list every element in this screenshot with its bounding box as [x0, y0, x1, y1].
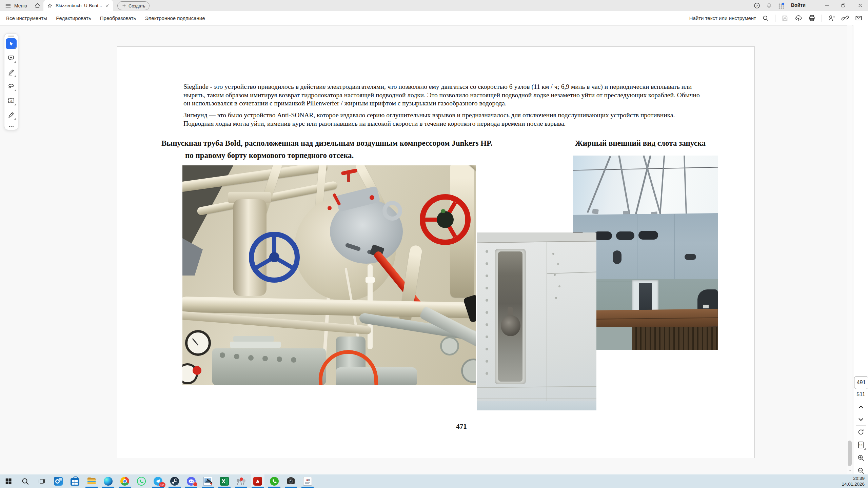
menu-convert[interactable]: Преобразовать	[100, 15, 136, 21]
text-select-icon: A	[7, 97, 15, 104]
menu-edit[interactable]: Редактировать	[56, 15, 91, 21]
total-pages-label: 511	[854, 391, 868, 398]
text-select-tool[interactable]: A	[6, 95, 17, 106]
fill-sign-tool[interactable]	[6, 109, 17, 120]
paragraph-sieglinde: Sieglinde - это устройство приводилось в…	[183, 83, 701, 108]
find-label[interactable]: Найти текст или инструмент	[689, 15, 756, 21]
search-icon[interactable]	[762, 15, 769, 22]
chrome-icon	[120, 477, 129, 486]
plus-icon	[122, 3, 126, 8]
comment-add-icon	[7, 54, 15, 62]
task-view-icon	[38, 477, 46, 485]
zoom-in-button[interactable]	[857, 454, 865, 462]
taskbar-clock[interactable]: 20:39 14.01.2026	[842, 475, 865, 487]
file-explorer-icon	[87, 477, 96, 486]
taskbar-search-button[interactable]	[18, 474, 32, 488]
taskbar-whatsapp[interactable]	[135, 474, 148, 488]
task-view-button[interactable]	[35, 474, 48, 488]
menu-all-tools[interactable]: Все инструменты	[6, 15, 47, 21]
taskbar-photo-editor[interactable]	[201, 474, 215, 488]
apps-grid-button[interactable]	[778, 2, 785, 9]
camera-icon	[287, 477, 295, 486]
restore-button[interactable]	[838, 1, 848, 10]
close-window-button[interactable]	[855, 1, 865, 10]
star-icon	[47, 3, 53, 9]
help-button[interactable]: ?	[753, 2, 761, 9]
taskbar-camera-app[interactable]	[284, 474, 298, 488]
hamburger-icon	[5, 2, 12, 9]
steam-icon	[170, 477, 179, 486]
divider	[856, 425, 866, 426]
taskbar-store[interactable]	[68, 474, 82, 488]
refresh-button[interactable]	[857, 428, 865, 436]
pencil-icon	[7, 68, 15, 76]
red-handwheel	[420, 194, 471, 245]
running-indicator	[252, 487, 264, 488]
taskbar-pins-app[interactable]	[234, 474, 248, 488]
taskbar-wordpad[interactable]: A	[301, 474, 314, 488]
discord-badge	[193, 482, 198, 487]
svg-text:A: A	[10, 99, 13, 102]
acrobat-window: Меню Skizzenbuch_U-Boat... Создать ? Вой…	[0, 0, 868, 488]
taskbar-telegram[interactable]: 52	[151, 474, 165, 488]
taskbar-excel[interactable]	[218, 474, 231, 488]
app-menu-button[interactable]: Меню	[5, 1, 27, 10]
scrollbar-track[interactable]	[847, 25, 852, 474]
whatsapp-icon	[137, 477, 146, 486]
share-upload-icon[interactable]	[794, 14, 802, 22]
drag-handle[interactable]	[8, 36, 14, 37]
link-icon[interactable]	[841, 14, 849, 22]
running-indicator	[202, 487, 214, 488]
title-bar: Меню Skizzenbuch_U-Boat... Создать ? Вой…	[0, 0, 868, 11]
taskbar-explorer[interactable]	[85, 474, 98, 488]
current-page-input[interactable]: 491	[854, 376, 868, 389]
help-icon: ?	[753, 2, 761, 9]
notifications-button[interactable]	[766, 2, 773, 9]
pins-app-icon	[237, 477, 245, 486]
release-knob	[501, 315, 520, 336]
cursor-icon	[8, 41, 14, 47]
add-user-icon[interactable]	[828, 14, 835, 22]
clock-time: 20:39	[842, 475, 865, 481]
svg-text:?: ?	[756, 4, 758, 7]
create-button[interactable]: Создать	[117, 1, 150, 10]
minimize-button[interactable]	[822, 1, 832, 10]
print-icon[interactable]	[808, 14, 816, 22]
document-tab[interactable]: Skizzenbuch_U-Boat...	[43, 0, 113, 11]
more-tools-button[interactable]	[6, 121, 17, 132]
running-indicator	[119, 487, 131, 488]
lasso-icon	[7, 83, 15, 90]
comment-tool[interactable]	[6, 53, 17, 63]
page-down-button[interactable]	[857, 416, 865, 423]
search-icon	[21, 477, 29, 485]
taskbar-phone-app[interactable]	[268, 474, 281, 488]
signin-button[interactable]: Войти	[791, 2, 806, 8]
menu-bar: Все инструменты Редактировать Преобразов…	[0, 11, 868, 26]
clock-date: 14.01.2026	[842, 481, 865, 487]
page-up-button[interactable]	[857, 403, 865, 411]
fountain-pen-icon	[7, 111, 15, 119]
scroll-down-icon[interactable]	[848, 468, 852, 473]
taskbar-acrobat[interactable]	[251, 474, 264, 488]
fit-page-button[interactable]: 1:1	[857, 441, 865, 449]
start-button[interactable]	[2, 474, 15, 488]
quick-tools-panel: A	[4, 33, 18, 130]
taskbar-discord[interactable]	[184, 474, 198, 488]
lasso-tool[interactable]	[6, 81, 17, 92]
scrollbar-thumb[interactable]	[848, 441, 852, 466]
zoom-out-button[interactable]	[857, 467, 865, 475]
draw-tool[interactable]	[6, 67, 17, 78]
edge-icon	[104, 477, 113, 486]
home-button[interactable]	[34, 2, 41, 9]
menu-esign[interactable]: Электронное подписание	[145, 15, 205, 21]
ellipsis-icon	[7, 123, 15, 130]
taskbar-edge[interactable]	[101, 474, 115, 488]
taskbar-chrome[interactable]	[118, 474, 132, 488]
select-tool[interactable]	[6, 38, 17, 49]
page-number: 471	[451, 422, 472, 431]
close-tab-icon[interactable]	[105, 3, 110, 8]
taskbar-outlook[interactable]	[52, 474, 65, 488]
taskbar-steam[interactable]	[168, 474, 181, 488]
photo-launch-slot-closeup	[477, 232, 596, 410]
email-icon[interactable]	[855, 14, 863, 22]
